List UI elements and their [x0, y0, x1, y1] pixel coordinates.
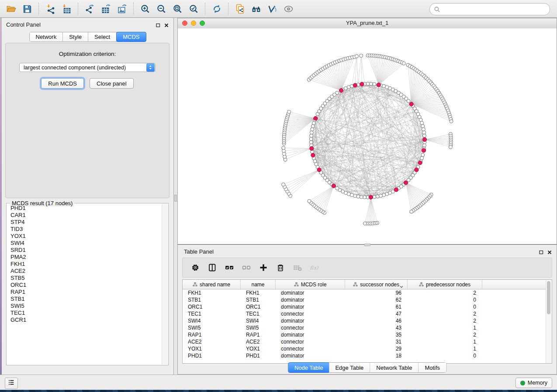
- column-header-MCDS-role[interactable]: MCDS role: [276, 280, 345, 289]
- tab-mcds[interactable]: MCDS: [116, 32, 146, 42]
- task-history-button[interactable]: [5, 378, 18, 389]
- refresh-view-icon: [212, 4, 222, 14]
- splitter-grip[interactable]: [174, 195, 177, 202]
- mcds-result-item[interactable]: GCR1: [7, 316, 162, 323]
- tab-node-table[interactable]: Node Table: [288, 362, 330, 373]
- column-header-shared-name[interactable]: shared name: [183, 280, 241, 289]
- export-table-button[interactable]: [98, 1, 114, 16]
- toggle-columns-button[interactable]: [205, 260, 219, 275]
- zoom-out-button[interactable]: [153, 1, 170, 16]
- mcds-result-item[interactable]: TID3: [7, 226, 162, 233]
- close-panel-icon[interactable]: [164, 22, 169, 30]
- mcds-result-item[interactable]: STP4: [7, 219, 162, 226]
- import-table-button[interactable]: [59, 1, 75, 16]
- zoom-selected-button[interactable]: [186, 1, 202, 16]
- tab-select[interactable]: Select: [88, 32, 117, 41]
- cell-predecessor-nodes: 0: [408, 352, 482, 359]
- delete-column-button[interactable]: [273, 260, 287, 275]
- mcds-list-scrollbar[interactable]: [162, 204, 168, 364]
- mcds-result-item[interactable]: PHD1: [7, 205, 162, 212]
- mcds-result-item[interactable]: STB1: [7, 296, 162, 303]
- table-row[interactable]: FKH1FKH1dominator962: [183, 289, 552, 296]
- cell-predecessor-nodes: 2: [408, 310, 482, 317]
- control-panel: Control Panel NetworkStyleSelectMCDS Opt…: [2, 18, 174, 375]
- mcds-result-item[interactable]: SWI4: [7, 240, 162, 247]
- table-scrollbar-thumb[interactable]: [547, 281, 550, 314]
- zoom-fit-button[interactable]: [170, 1, 186, 16]
- export-image-button[interactable]: [114, 1, 130, 16]
- cell-shared-name: YOX1: [183, 345, 241, 352]
- table-toolbar: f(x): [182, 258, 552, 278]
- window-zoom-traffic-light[interactable]: [200, 21, 205, 26]
- open-file-button[interactable]: [3, 1, 19, 16]
- table-row[interactable]: ACE2ACE2connector311: [183, 338, 552, 345]
- table-row[interactable]: STB1STB1dominator620: [183, 296, 552, 303]
- table-row[interactable]: SWI4SWI4dominator462: [183, 317, 552, 324]
- duplicate-network-icon: [235, 4, 245, 14]
- run-mcds-button[interactable]: Run MCDS: [41, 78, 84, 89]
- table-row[interactable]: RAP1RAP1dominator352: [183, 331, 552, 338]
- table-row[interactable]: PHD1PHD1dominator180: [183, 352, 552, 359]
- search-network-button[interactable]: [248, 1, 264, 16]
- select-all-rows-button[interactable]: [222, 260, 236, 275]
- tab-edge-table[interactable]: Edge Table: [329, 363, 370, 372]
- cell-predecessor-nodes: 2: [408, 331, 482, 338]
- table-row[interactable]: YOX1YOX1connector291: [183, 345, 552, 352]
- memory-button[interactable]: Memory: [515, 378, 552, 388]
- mcds-result-item[interactable]: SRD1: [7, 247, 162, 254]
- show-hide-panel-button[interactable]: [280, 1, 297, 16]
- import-network-button[interactable]: [42, 1, 59, 16]
- table-row[interactable]: TEC1TEC1connector472: [183, 310, 552, 317]
- shared-attribute-icon: [353, 282, 358, 287]
- float-panel-icon[interactable]: [156, 22, 161, 30]
- mcds-result-item[interactable]: FKH1: [7, 261, 162, 268]
- duplicate-network-button[interactable]: [232, 1, 248, 16]
- mcds-result-item[interactable]: CAR1: [7, 212, 162, 219]
- network-window: YPA_prune.txt_1: [177, 18, 557, 244]
- tab-network[interactable]: Network: [29, 32, 63, 41]
- window-close-traffic-light[interactable]: [182, 21, 187, 26]
- column-header-successor-nodes[interactable]: successor nodes: [345, 280, 408, 289]
- table-row[interactable]: SWI5SWI5connector431: [183, 324, 552, 331]
- node-table: shared namenameMCDS rolesuccessor nodesp…: [182, 279, 552, 364]
- vertical-splitter[interactable]: [174, 18, 177, 375]
- mcds-result-item[interactable]: STB5: [7, 275, 162, 282]
- refresh-view-button[interactable]: [209, 1, 225, 16]
- table-scrollbar[interactable]: [546, 280, 552, 363]
- zoom-fit-icon: [173, 4, 183, 14]
- save-session-button[interactable]: [19, 1, 35, 16]
- tab-motifs[interactable]: Motifs: [419, 363, 446, 372]
- mcds-result-item[interactable]: YOX1: [7, 233, 162, 240]
- optimization-criterion-select[interactable]: largest connected component (undirected): [19, 63, 156, 72]
- horizontal-splitter-grip[interactable]: [364, 244, 370, 246]
- mcds-result-item[interactable]: TEC1: [7, 309, 162, 316]
- window-minimize-traffic-light[interactable]: [191, 21, 196, 26]
- mcds-result-item[interactable]: RAP1: [7, 289, 162, 296]
- close-panel-button[interactable]: Close panel: [90, 78, 134, 89]
- column-header-name[interactable]: name: [241, 280, 276, 289]
- close-panel-icon[interactable]: [547, 249, 552, 257]
- cell-MCDS-role: dominator: [276, 289, 345, 296]
- tab-style[interactable]: Style: [63, 32, 88, 41]
- network-canvas[interactable]: [178, 28, 557, 244]
- mcds-result-list[interactable]: PHD1CAR1STP4TID3YOX1SWI4SRD1PMA2FKH1ACE2…: [7, 205, 162, 364]
- cell-MCDS-role: dominator: [276, 331, 345, 338]
- settings-gear-button[interactable]: [188, 260, 202, 275]
- network-graph[interactable]: [178, 28, 557, 244]
- mcds-result-item[interactable]: PMA2: [7, 254, 162, 261]
- column-header-predecessor-nodes[interactable]: predecessor nodes: [408, 280, 482, 289]
- mcds-result-item[interactable]: SWI5: [7, 303, 162, 309]
- add-column-button[interactable]: [256, 260, 270, 275]
- table-row[interactable]: ORC1ORC1dominator610: [183, 303, 552, 310]
- network-window-titlebar[interactable]: YPA_prune.txt_1: [178, 18, 557, 29]
- search-input[interactable]: [440, 5, 550, 14]
- deselect-all-rows-button[interactable]: [239, 260, 253, 275]
- mcds-result-item[interactable]: ORC1: [7, 282, 162, 289]
- export-network-button[interactable]: [82, 1, 98, 16]
- mcds-result-item[interactable]: ACE2: [7, 268, 162, 275]
- tab-network-table[interactable]: Network Table: [370, 363, 419, 372]
- cell-shared-name: ACE2: [183, 338, 241, 345]
- toggle-style-button[interactable]: [264, 1, 280, 16]
- float-panel-icon[interactable]: [539, 249, 544, 257]
- zoom-in-button[interactable]: [137, 1, 153, 16]
